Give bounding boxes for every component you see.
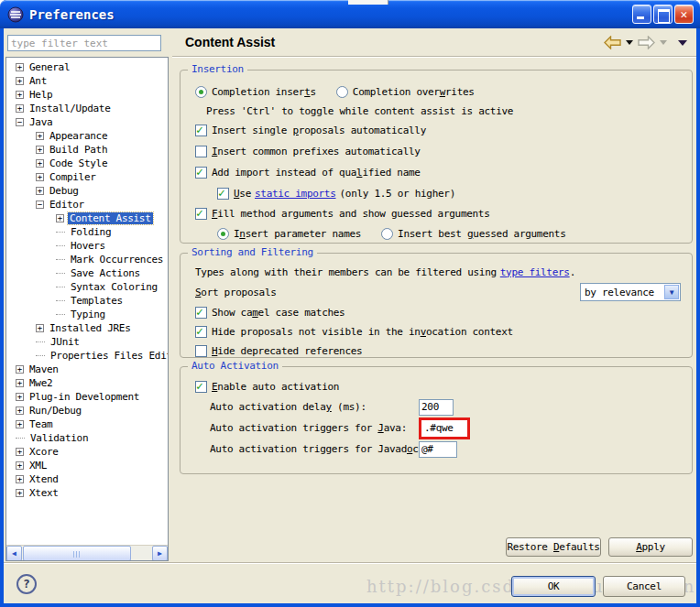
apply-button[interactable]: Apply: [608, 537, 693, 557]
tree-item-general[interactable]: +General: [6, 60, 168, 74]
tree-item-run-debug[interactable]: +Run/Debug: [6, 404, 168, 417]
checkbox-hide-deprecated[interactable]: [195, 345, 207, 357]
checkbox-hide-proposals-not-visible[interactable]: [195, 326, 207, 338]
minimize-icon[interactable]: [632, 5, 651, 24]
checkbox-row: Enable auto activation: [195, 376, 681, 396]
collapse-icon[interactable]: −: [16, 118, 24, 126]
expand-icon[interactable]: +: [36, 146, 44, 154]
tree-item-ant[interactable]: +Ant: [6, 74, 168, 88]
expand-icon[interactable]: +: [16, 406, 24, 415]
checkbox-row: Fill method arguments and show guessed a…: [195, 203, 681, 223]
tree-item-hovers[interactable]: Hovers: [6, 239, 168, 253]
tree-item-templates[interactable]: Templates: [6, 294, 168, 308]
expand-icon[interactable]: +: [16, 63, 24, 71]
expand-icon[interactable]: +: [36, 132, 44, 140]
back-arrow-icon[interactable]: [603, 36, 622, 49]
radio-completion-inserts[interactable]: [195, 86, 207, 98]
checkbox-insert-common-prefixes[interactable]: [195, 146, 207, 157]
tree-item-content-assist[interactable]: +Content Assist: [6, 211, 168, 225]
tree-item-maven[interactable]: +Maven: [6, 363, 168, 376]
restore-defaults-button[interactable]: Restore Defaults: [506, 537, 601, 557]
tree-item-editor[interactable]: −Editor: [6, 198, 168, 211]
expand-icon[interactable]: +: [16, 91, 24, 99]
horizontal-scrollbar[interactable]: ◀ ▶: [6, 545, 168, 560]
checkbox-use-static-imports[interactable]: [217, 188, 229, 200]
checkbox-row: Insert common prefixes automatically: [195, 141, 681, 162]
tree-item-xcore[interactable]: +Xcore: [6, 445, 168, 459]
static-imports-link[interactable]: static imports: [255, 188, 336, 200]
close-icon[interactable]: [674, 5, 694, 24]
scroll-right-icon[interactable]: ▶: [152, 546, 168, 561]
expand-icon[interactable]: +: [36, 324, 44, 332]
scrollbar-thumb[interactable]: [23, 546, 131, 561]
tree-item-compiler[interactable]: +Compiler: [6, 170, 168, 184]
tree-item-java[interactable]: −Java: [6, 115, 168, 129]
tree-item-debug[interactable]: +Debug: [6, 184, 168, 198]
checkbox-add-import[interactable]: [195, 167, 207, 179]
auto-activation-triggers-javadoc-input[interactable]: [419, 441, 457, 458]
radio-label: Insert parameter names: [234, 228, 361, 240]
page-title: Content Assist: [185, 35, 275, 49]
tree-item-install-update[interactable]: +Install/Update: [6, 102, 168, 115]
expand-icon[interactable]: +: [16, 379, 24, 387]
expand-icon[interactable]: +: [16, 461, 24, 470]
checkbox-enable-auto-activation[interactable]: [195, 381, 207, 393]
expand-icon[interactable]: +: [16, 393, 24, 401]
expand-icon[interactable]: +: [16, 420, 24, 428]
expand-icon[interactable]: +: [16, 365, 24, 374]
chevron-down-icon[interactable]: ▼: [664, 285, 679, 299]
checkbox-show-camel-case[interactable]: [195, 307, 207, 319]
tree-item-installed-jres[interactable]: +Installed JREs: [6, 321, 168, 335]
type-filters-link[interactable]: type filters: [500, 266, 570, 278]
expand-icon[interactable]: +: [16, 475, 24, 483]
radio-insert-best-guessed[interactable]: [381, 228, 393, 240]
collapse-icon[interactable]: −: [36, 201, 44, 209]
tree-item-xtend[interactable]: +Xtend: [6, 472, 168, 486]
tree-item-mark-occurrences[interactable]: Mark Occurrences: [6, 253, 168, 266]
expand-icon[interactable]: +: [36, 159, 44, 168]
expand-icon[interactable]: +: [16, 104, 24, 113]
sort-proposals-dropdown[interactable]: by relevance ▼: [580, 283, 681, 301]
tree-item-label: Content Assist: [68, 212, 153, 224]
tree-item-code-style[interactable]: +Code Style: [6, 157, 168, 170]
tree-item-plug-in-development[interactable]: +Plug-in Development: [6, 390, 168, 404]
tree-item-xtext[interactable]: +Xtext: [6, 486, 168, 500]
auto-activation-triggers-java-input[interactable]: [422, 421, 466, 436]
radio-completion-overwrites[interactable]: [336, 86, 348, 98]
tree-item-folding[interactable]: Folding: [6, 225, 168, 239]
tree-item-mwe2[interactable]: +Mwe2: [6, 376, 168, 390]
ok-button[interactable]: OK: [511, 576, 596, 597]
forward-arrow-icon[interactable]: [637, 36, 656, 49]
tree-item-syntax-coloring[interactable]: Syntax Coloring: [6, 280, 168, 294]
radio-insert-parameter-names[interactable]: [217, 228, 229, 240]
filter-input[interactable]: [7, 35, 161, 51]
expand-icon[interactable]: +: [56, 214, 64, 222]
view-menu-icon[interactable]: [678, 40, 687, 46]
tree-item-typing[interactable]: Typing: [6, 308, 168, 321]
tree-item-properties-files-editor[interactable]: Properties Files Editor: [6, 349, 168, 363]
expand-icon[interactable]: +: [16, 448, 24, 456]
scroll-left-icon[interactable]: ◀: [6, 546, 22, 561]
tree-item-label: Folding: [69, 226, 113, 238]
tree-item-help[interactable]: +Help: [6, 88, 168, 102]
auto-activation-delay-input[interactable]: [419, 399, 454, 416]
tree-item-validation[interactable]: Validation: [6, 431, 168, 445]
expand-icon[interactable]: +: [16, 77, 24, 85]
tree-item-appearance[interactable]: +Appearance: [6, 129, 168, 143]
expand-icon[interactable]: +: [36, 173, 44, 181]
maximize-icon[interactable]: [653, 5, 673, 24]
forward-history-dropdown-icon[interactable]: [660, 40, 667, 45]
tree-item-save-actions[interactable]: Save Actions: [6, 266, 168, 280]
tree-item-team[interactable]: +Team: [6, 417, 168, 431]
back-history-dropdown-icon[interactable]: [626, 40, 633, 45]
help-icon[interactable]: ?: [16, 574, 37, 594]
tree-item-build-path[interactable]: +Build Path: [6, 143, 168, 157]
tree-item-xml[interactable]: +XML: [6, 459, 168, 472]
cancel-button[interactable]: Cancel: [603, 576, 685, 597]
tree-item-label: Maven: [27, 363, 60, 375]
tree-item-junit[interactable]: JUnit: [6, 335, 168, 349]
checkbox-insert-single-proposals[interactable]: [195, 125, 207, 136]
checkbox-fill-method-arguments[interactable]: [195, 208, 207, 220]
expand-icon[interactable]: +: [36, 187, 44, 195]
expand-icon[interactable]: +: [16, 489, 24, 497]
